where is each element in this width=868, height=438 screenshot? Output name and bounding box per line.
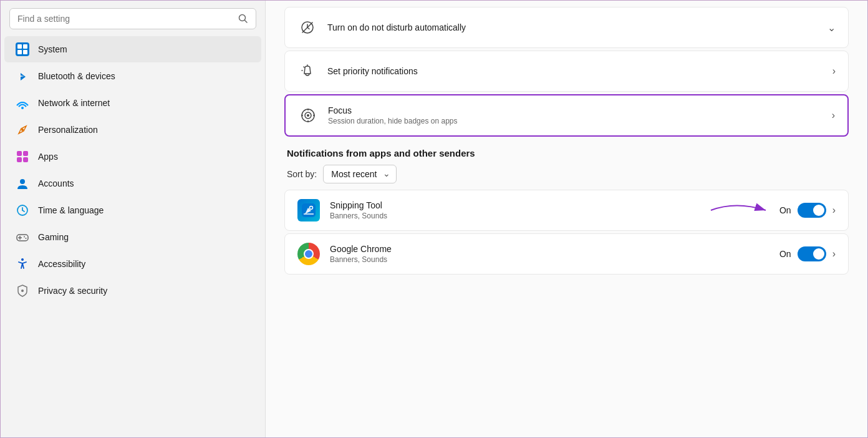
focus-subtitle: Session duration, hide badges on apps bbox=[328, 117, 822, 125]
time-icon bbox=[16, 203, 29, 217]
sidebar-item-label-bluetooth: Bluetooth & devices bbox=[38, 71, 115, 81]
sidebar-item-accessibility[interactable]: Accessibility bbox=[4, 251, 261, 277]
priority-text: Set priority notifications bbox=[327, 66, 822, 76]
snipping-tool-on-label: On bbox=[779, 205, 791, 215]
svg-rect-12 bbox=[23, 157, 28, 162]
sidebar-item-network[interactable]: Network & internet bbox=[4, 90, 261, 116]
sort-row: Sort by: Most recent Name bbox=[284, 165, 849, 183]
snipping-tool-controls: On › bbox=[779, 203, 836, 218]
svg-rect-5 bbox=[17, 50, 22, 54]
sidebar: System Bluetooth & devices Network & int… bbox=[1, 1, 266, 437]
focus-text: Focus Session duration, hide badges on a… bbox=[328, 105, 822, 125]
sidebar-item-system[interactable]: System bbox=[4, 36, 261, 62]
search-icon bbox=[238, 14, 248, 24]
sort-select[interactable]: Most recent Name bbox=[323, 165, 397, 183]
snipping-tool-sub: Banners, Sounds bbox=[330, 212, 769, 220]
sidebar-item-label-accessibility: Accessibility bbox=[38, 259, 85, 269]
chrome-name: Google Chrome bbox=[330, 244, 769, 254]
personalization-icon bbox=[16, 123, 29, 137]
sidebar-item-label-personalization: Personalization bbox=[38, 125, 98, 135]
priority-notifications-row[interactable]: Set priority notifications › bbox=[284, 51, 849, 92]
chrome-icon bbox=[297, 243, 320, 265]
sidebar-item-privacy[interactable]: Privacy & security bbox=[4, 278, 261, 304]
chrome-controls: On › bbox=[779, 246, 836, 261]
dnd-chevron-down: ⌄ bbox=[827, 22, 836, 34]
focus-chevron: › bbox=[832, 110, 835, 121]
privacy-icon bbox=[16, 284, 29, 298]
snipping-tool-name: Snipping Tool bbox=[330, 200, 769, 210]
sidebar-item-label-network: Network & internet bbox=[38, 98, 110, 108]
bluetooth-icon bbox=[16, 69, 29, 83]
snipping-tool-icon bbox=[297, 199, 320, 221]
system-icon bbox=[16, 42, 29, 56]
snipping-tool-chevron: › bbox=[832, 205, 836, 216]
accounts-icon bbox=[16, 177, 29, 190]
search-input[interactable] bbox=[17, 14, 233, 24]
do-not-disturb-row[interactable]: Turn on do not disturb automatically ⌄ bbox=[284, 7, 849, 48]
svg-rect-11 bbox=[17, 157, 22, 162]
main-content: Turn on do not disturb automatically ⌄ S… bbox=[266, 1, 867, 437]
sidebar-item-bluetooth[interactable]: Bluetooth & devices bbox=[4, 63, 261, 89]
priority-chevron: › bbox=[832, 66, 836, 77]
svg-point-23 bbox=[21, 290, 24, 292]
sidebar-item-label-privacy: Privacy & security bbox=[38, 286, 107, 296]
focus-title: Focus bbox=[328, 105, 822, 115]
apps-icon bbox=[16, 150, 29, 163]
snipping-tool-toggle[interactable] bbox=[798, 203, 826, 218]
gaming-icon bbox=[16, 230, 29, 244]
sidebar-item-label-system: System bbox=[38, 44, 67, 54]
sidebar-item-time[interactable]: Time & language bbox=[4, 197, 261, 223]
dnd-title: Turn on do not disturb automatically bbox=[327, 22, 817, 32]
focus-row[interactable]: Focus Session duration, hide badges on a… bbox=[284, 94, 849, 137]
svg-rect-9 bbox=[17, 151, 22, 156]
svg-point-7 bbox=[21, 107, 24, 109]
chrome-sub: Banners, Sounds bbox=[330, 255, 769, 264]
svg-rect-10 bbox=[23, 151, 28, 156]
sidebar-item-gaming[interactable]: Gaming bbox=[4, 224, 261, 250]
snipping-tool-row[interactable]: Snipping Tool Banners, Sounds On › bbox=[284, 190, 849, 231]
nav-list: System Bluetooth & devices Network & int… bbox=[1, 36, 265, 437]
svg-rect-4 bbox=[23, 44, 27, 49]
sort-label: Sort by: bbox=[287, 169, 317, 179]
sidebar-item-label-gaming: Gaming bbox=[38, 232, 69, 242]
network-icon bbox=[16, 96, 29, 110]
svg-line-16 bbox=[22, 210, 24, 212]
svg-point-29 bbox=[307, 114, 309, 117]
chrome-toggle[interactable] bbox=[798, 246, 826, 261]
priority-title: Set priority notifications bbox=[327, 66, 822, 76]
accessibility-icon bbox=[16, 257, 29, 271]
google-chrome-row[interactable]: Google Chrome Banners, Sounds On › bbox=[284, 233, 849, 275]
search-bar[interactable] bbox=[9, 8, 256, 29]
sidebar-item-label-accounts: Accounts bbox=[38, 178, 74, 188]
svg-point-8 bbox=[21, 129, 24, 131]
sidebar-item-accounts[interactable]: Accounts bbox=[4, 170, 261, 197]
sidebar-item-personalization[interactable]: Personalization bbox=[4, 117, 261, 143]
chrome-on-label: On bbox=[779, 249, 791, 259]
svg-point-13 bbox=[20, 179, 25, 184]
sidebar-item-label-time: Time & language bbox=[38, 205, 104, 215]
svg-point-22 bbox=[21, 258, 24, 261]
dnd-icon bbox=[297, 17, 317, 37]
chrome-text: Google Chrome Banners, Sounds bbox=[330, 244, 769, 264]
sidebar-item-label-apps: Apps bbox=[38, 152, 58, 162]
chrome-chevron: › bbox=[832, 248, 836, 260]
dnd-text: Turn on do not disturb automatically bbox=[327, 22, 817, 32]
sort-wrapper: Most recent Name bbox=[323, 165, 397, 183]
svg-rect-3 bbox=[17, 44, 22, 49]
priority-icon bbox=[297, 61, 317, 81]
snipping-tool-text: Snipping Tool Banners, Sounds bbox=[330, 200, 769, 220]
notifications-section-header: Notifications from apps and other sender… bbox=[287, 148, 849, 158]
focus-icon bbox=[298, 105, 318, 125]
svg-rect-6 bbox=[23, 50, 27, 54]
svg-point-21 bbox=[26, 238, 27, 239]
svg-point-20 bbox=[24, 236, 25, 238]
sidebar-item-apps[interactable]: Apps bbox=[4, 144, 261, 170]
svg-line-1 bbox=[245, 21, 248, 23]
